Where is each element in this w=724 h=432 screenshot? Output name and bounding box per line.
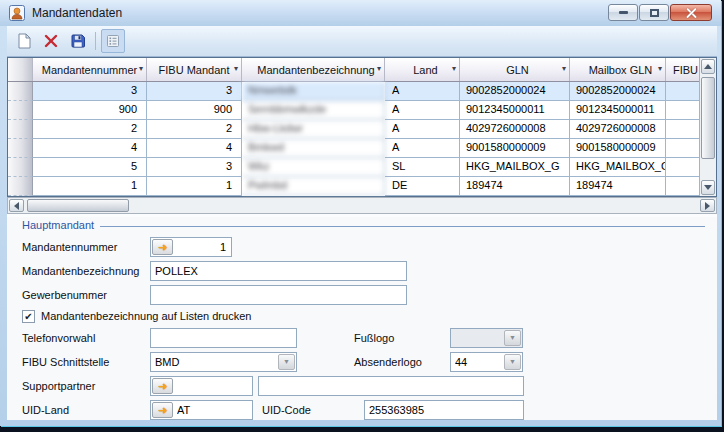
- absenderlogo-input[interactable]: [451, 354, 504, 370]
- close-button[interactable]: [670, 4, 712, 21]
- grid-corner-cell[interactable]: [8, 58, 33, 81]
- column-header[interactable]: Land▾: [385, 58, 460, 81]
- supportpartner-name-input[interactable]: [259, 378, 523, 394]
- table-cell: 9002852000024: [460, 82, 570, 101]
- scroll-right-button[interactable]: [700, 199, 715, 212]
- minimize-button[interactable]: [608, 4, 638, 21]
- table-cell: Hbw-Lkdwr: [242, 120, 385, 139]
- row-selector[interactable]: [8, 82, 33, 101]
- scroll-left-button[interactable]: [9, 199, 24, 212]
- table-row[interactable]: 22Hbw-LkdwrA40297260000084029726000008: [8, 120, 716, 139]
- titlebar[interactable]: Mandantendaten: [0, 0, 721, 26]
- row-selector[interactable]: [8, 139, 33, 158]
- table-cell: 900: [147, 101, 242, 120]
- table-cell: 9012345000011: [460, 101, 570, 120]
- vertical-scroll-thumb[interactable]: [701, 77, 715, 159]
- mandantenbezeichnung-input[interactable]: [151, 263, 406, 279]
- lookup-arrow-icon[interactable]: ➜: [152, 378, 173, 394]
- dropdown-arrow-icon[interactable]: ▼: [504, 354, 521, 370]
- table-row[interactable]: 11PwlmbdDE189474189474: [8, 177, 716, 196]
- table-cell: 2: [147, 120, 242, 139]
- column-filter-arrow-icon[interactable]: ▾: [452, 64, 456, 74]
- table-row[interactable]: 44BmkwdA90015800000099001580000009: [8, 139, 716, 158]
- table-cell: [666, 82, 699, 101]
- column-filter-arrow-icon[interactable]: ▾: [139, 64, 143, 74]
- scroll-down-button[interactable]: [701, 180, 715, 195]
- restore-icon: [650, 9, 659, 17]
- minimize-icon: [619, 11, 628, 14]
- close-icon: [686, 7, 697, 18]
- horizontal-scroll-thumb[interactable]: [27, 199, 129, 212]
- new-record-button[interactable]: [12, 29, 36, 53]
- row-selector[interactable]: [8, 101, 33, 120]
- restore-button[interactable]: [639, 4, 669, 21]
- supportpartner-field[interactable]: ➜: [150, 376, 253, 396]
- delete-x-icon: [43, 33, 59, 49]
- telefonvorwahl-label: Telefonvorwahl: [22, 328, 95, 348]
- column-header[interactable]: Mailbox GLN▾: [570, 58, 666, 81]
- supportpartner-input[interactable]: [173, 378, 252, 394]
- vertical-scrollbar[interactable]: [699, 58, 716, 196]
- mandantenbezeichnung-label: Mandantenbezeichnung: [22, 261, 139, 281]
- column-header[interactable]: GLN▾: [460, 58, 570, 81]
- supportpartner-label: Supportpartner: [22, 376, 95, 396]
- table-cell: [666, 120, 699, 139]
- table-cell: 4029726000008: [460, 120, 570, 139]
- fusslogo-input[interactable]: [451, 330, 504, 346]
- delete-record-button[interactable]: [39, 29, 63, 53]
- dropdown-arrow-icon[interactable]: ▼: [278, 354, 295, 370]
- hauptmandant-form: Hauptmandant Mandantennummer ➜ 1 Mandant…: [7, 217, 717, 420]
- toolbar: [7, 26, 717, 57]
- horizontal-scrollbar[interactable]: [7, 197, 717, 214]
- column-filter-arrow-icon[interactable]: ▾: [234, 64, 238, 74]
- window-user-icon: [9, 5, 25, 21]
- column-header[interactable]: FIBU Mandant▾: [147, 58, 242, 81]
- arrow-right-icon: [705, 202, 710, 210]
- save-button[interactable]: [66, 29, 90, 53]
- table-cell: 9001580000009: [460, 139, 570, 158]
- properties-button[interactable]: [101, 29, 125, 53]
- scroll-up-button[interactable]: [701, 59, 715, 74]
- column-filter-arrow-icon[interactable]: ▾: [377, 64, 381, 74]
- mandantennummer-field[interactable]: ➜ 1: [150, 237, 232, 257]
- fusslogo-combobox[interactable]: ▼: [450, 328, 523, 348]
- row-selector[interactable]: [8, 158, 33, 177]
- uid-land-input[interactable]: [173, 402, 252, 418]
- fibu-schnittstelle-combobox[interactable]: ▼: [150, 352, 297, 372]
- fibu-schnittstelle-input[interactable]: [151, 354, 278, 370]
- table-cell: SL: [385, 158, 460, 177]
- section-title: Hauptmandant: [22, 219, 94, 231]
- column-header[interactable]: Mandantennummer▾: [33, 58, 147, 81]
- grid-body: 33NmwebdkA900285200002490028520000249009…: [8, 82, 716, 196]
- table-cell: Sernbbmwlkzde: [242, 101, 385, 120]
- column-header[interactable]: Mandantenbezeichnung▾: [242, 58, 385, 81]
- table-cell: 3: [33, 82, 147, 101]
- lookup-arrow-icon[interactable]: ➜: [152, 239, 173, 255]
- app-window: Mandantendaten: [0, 0, 721, 426]
- column-filter-arrow-icon[interactable]: ▾: [562, 64, 566, 74]
- column-filter-arrow-icon[interactable]: ▾: [658, 64, 662, 74]
- table-cell: 4: [147, 139, 242, 158]
- uid-code-input[interactable]: [365, 402, 523, 418]
- table-cell: Bmkwd: [242, 139, 385, 158]
- gewerbenummer-label: Gewerbenummer: [22, 285, 107, 305]
- table-cell: 3: [147, 158, 242, 177]
- table-row[interactable]: 900900SernbbmwlkzdeA90123450000119012345…: [8, 101, 716, 120]
- lookup-arrow-icon[interactable]: ➜: [152, 402, 173, 418]
- column-header[interactable]: FIBU: [666, 58, 699, 81]
- telefonvorwahl-input[interactable]: [151, 330, 296, 346]
- uid-land-field[interactable]: ➜: [150, 400, 253, 420]
- table-row[interactable]: 53WkzSLHKG_MAILBOX_GHKG_MAILBOX_G: [8, 158, 716, 177]
- table-row[interactable]: 33NmwebdkA90028520000249002852000024: [8, 82, 716, 101]
- print-on-lists-label: Mandantenbezeichnung auf Listen drucken: [41, 306, 251, 326]
- table-cell: A: [385, 101, 460, 120]
- table-cell: A: [385, 82, 460, 101]
- absenderlogo-combobox[interactable]: ▼: [450, 352, 523, 372]
- dropdown-arrow-icon[interactable]: ▼: [504, 330, 521, 346]
- row-selector[interactable]: [8, 120, 33, 139]
- section-divider-line: [100, 226, 705, 227]
- table-cell: 3: [147, 82, 242, 101]
- print-on-lists-checkbox[interactable]: ✔: [22, 310, 35, 323]
- row-selector[interactable]: [8, 177, 33, 196]
- gewerbenummer-input[interactable]: [151, 287, 406, 303]
